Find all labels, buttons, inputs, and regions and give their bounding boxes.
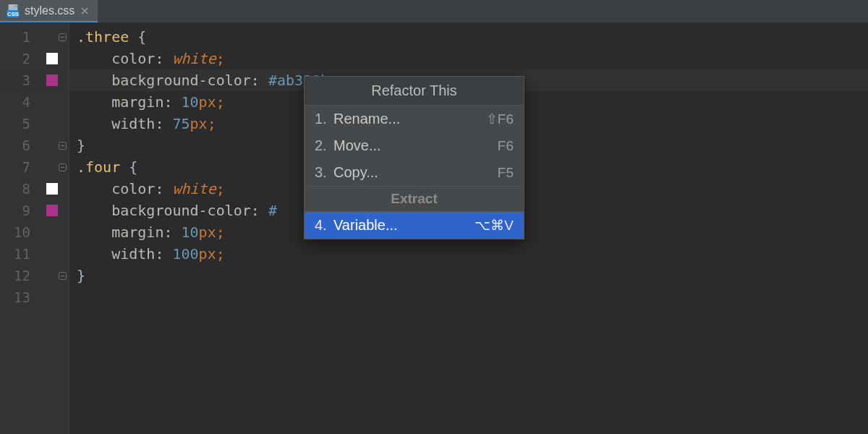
gutter-marker-row <box>35 113 69 135</box>
token-punct: : <box>251 202 268 219</box>
token-punct: } <box>77 267 85 284</box>
popup-item-copy[interactable]: 3.Copy...F5 <box>305 159 524 186</box>
gutter-marker-row <box>35 48 69 69</box>
code-line[interactable]: width: 100px; <box>69 243 868 265</box>
fold-close-icon[interactable] <box>58 141 67 150</box>
line-number: 11 <box>0 243 35 265</box>
gutter-marker-row <box>35 221 69 243</box>
token-prop: color <box>111 50 155 67</box>
popup-item-shortcut: ⌥⌘V <box>475 217 514 234</box>
token-prop: margin <box>111 93 163 111</box>
token-indent <box>77 72 111 89</box>
token-num: 75 <box>172 115 190 132</box>
token-sel: .three <box>77 28 137 46</box>
refactor-popup: Refactor This 1.Rename...⇧F62.Move...F63… <box>304 76 524 239</box>
token-unit: px <box>199 93 216 111</box>
token-punct: { <box>129 158 137 176</box>
token-indent <box>77 115 111 132</box>
gutter-marker-row <box>35 135 69 156</box>
svg-rect-0 <box>9 4 18 10</box>
gutter-marker-row <box>35 26 69 48</box>
token-sel: .four <box>77 158 129 176</box>
token-punct: : <box>155 50 172 67</box>
token-num: 10 <box>182 224 199 241</box>
popup-item-shortcut: F6 <box>498 138 514 154</box>
code-line[interactable]: } <box>69 265 868 286</box>
line-number: 3 <box>0 69 35 91</box>
line-number: 4 <box>0 91 35 113</box>
token-indent <box>77 93 111 111</box>
popup-item-label: Rename... <box>333 111 400 127</box>
token-prop: background-color <box>111 72 251 89</box>
popup-item-rename[interactable]: 1.Rename...⇧F6 <box>305 106 524 132</box>
token-semi: ; <box>216 50 225 67</box>
code-line[interactable]: .three { <box>69 26 868 48</box>
token-unit: px <box>199 224 216 241</box>
token-indent <box>77 50 111 67</box>
token-semi: ; <box>208 115 216 132</box>
popup-section-extract: Extract <box>305 186 524 212</box>
code-line[interactable] <box>69 286 868 308</box>
token-indent <box>77 180 111 197</box>
color-swatch[interactable] <box>46 53 58 64</box>
popup-item-variable[interactable]: 4.Variable...⌥⌘V <box>305 212 524 239</box>
gutter-marker-row <box>35 91 69 113</box>
fold-open-icon[interactable] <box>58 163 67 171</box>
token-punct: } <box>77 137 85 154</box>
popup-item-shortcut: ⇧F6 <box>486 111 514 127</box>
token-num: 100 <box>172 245 198 263</box>
fold-close-icon[interactable] <box>58 271 67 280</box>
popup-item-number: 4. <box>315 217 331 234</box>
popup-item-move[interactable]: 2.Move...F6 <box>305 132 524 159</box>
popup-item-label: Copy... <box>333 164 378 181</box>
tab-filename: styles.css <box>25 4 75 17</box>
line-number: 10 <box>0 221 35 243</box>
line-number: 7 <box>0 156 35 178</box>
close-icon[interactable] <box>79 5 90 17</box>
fold-open-icon[interactable] <box>58 33 67 41</box>
token-punct: : <box>155 180 172 197</box>
tab-styles-css[interactable]: CSS styles.css <box>0 0 98 22</box>
gutter-marker-row <box>35 200 69 221</box>
color-swatch[interactable] <box>46 205 58 216</box>
line-number: 9 <box>0 200 35 221</box>
popup-title: Refactor This <box>305 77 524 106</box>
token-punct: { <box>137 28 146 46</box>
color-swatch[interactable] <box>46 183 58 195</box>
token-indent <box>77 202 111 219</box>
line-number: 1 <box>0 26 35 48</box>
color-swatch[interactable] <box>46 75 58 86</box>
gutter-markers <box>35 23 69 434</box>
popup-item-number: 1. <box>315 111 331 127</box>
token-prop: background-color <box>111 202 251 219</box>
line-number: 12 <box>0 265 35 286</box>
token-semi: ; <box>216 224 225 241</box>
token-semi: ; <box>216 180 225 197</box>
gutter-line-numbers: 12345678910111213 <box>0 23 35 434</box>
token-punct: : <box>155 115 172 132</box>
gutter-marker-row <box>35 156 69 178</box>
token-hex: # <box>268 202 277 219</box>
popup-item-number: 3. <box>315 164 331 181</box>
token-punct: : <box>163 93 181 111</box>
line-number: 2 <box>0 48 35 69</box>
token-prop: width <box>111 115 155 132</box>
token-prop: margin <box>111 224 163 241</box>
tab-bar: CSS styles.css <box>0 0 868 23</box>
gutter-marker-row <box>35 265 69 286</box>
token-unit: px <box>199 245 216 263</box>
popup-item-label: Move... <box>333 137 381 154</box>
gutter-marker-row <box>35 243 69 265</box>
token-prop: color <box>111 180 155 197</box>
token-kw: white <box>172 50 216 67</box>
css-file-icon: CSS <box>6 4 20 18</box>
code-line[interactable]: color: white; <box>69 48 868 69</box>
token-semi: ; <box>216 245 225 263</box>
line-number: 5 <box>0 113 35 135</box>
popup-item-label: Variable... <box>333 217 398 234</box>
gutter-marker-row <box>35 69 69 91</box>
gutter-marker-row <box>35 178 69 200</box>
token-kw: white <box>172 180 216 197</box>
gutter-marker-row <box>35 286 69 308</box>
line-number: 6 <box>0 135 35 156</box>
